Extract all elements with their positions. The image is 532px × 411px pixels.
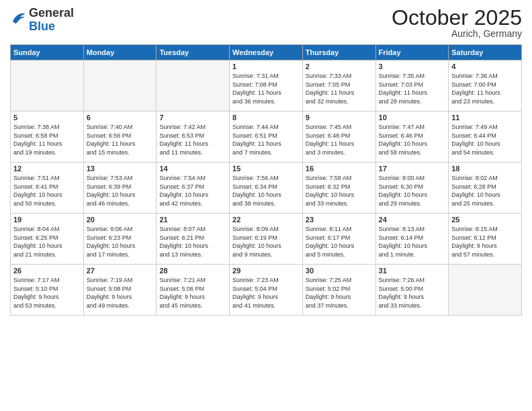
day-info: Sunrise: 7:58 AM Sunset: 6:32 PM Dayligh… <box>306 174 373 208</box>
logo-blue: Blue <box>29 19 55 33</box>
day-info: Sunrise: 7:35 AM Sunset: 7:03 PM Dayligh… <box>379 72 446 105</box>
day-number: 1 <box>232 62 300 71</box>
day-number: 18 <box>451 165 519 173</box>
day-info: Sunrise: 8:00 AM Sunset: 6:30 PM Dayligh… <box>379 174 446 208</box>
day-number: 13 <box>87 165 154 173</box>
calendar-cell: 2Sunrise: 7:33 AM Sunset: 7:05 PM Daylig… <box>302 60 375 111</box>
day-info: Sunrise: 7:26 AM Sunset: 5:00 PM Dayligh… <box>379 276 446 310</box>
day-number: 21 <box>159 216 226 224</box>
day-info: Sunrise: 7:51 AM Sunset: 6:41 PM Dayligh… <box>13 174 81 208</box>
day-info: Sunrise: 8:06 AM Sunset: 6:23 PM Dayligh… <box>87 225 154 259</box>
calendar-week-row: 19Sunrise: 8:04 AM Sunset: 6:25 PM Dayli… <box>11 214 522 265</box>
title-block: October 2025 Aurich, Germany <box>392 7 522 39</box>
calendar-cell: 7Sunrise: 7:42 AM Sunset: 6:53 PM Daylig… <box>157 111 230 163</box>
day-info: Sunrise: 7:19 AM Sunset: 5:08 PM Dayligh… <box>87 276 154 310</box>
calendar-cell: 18Sunrise: 8:02 AM Sunset: 6:28 PM Dayli… <box>449 163 522 214</box>
calendar-cell: 29Sunrise: 7:23 AM Sunset: 5:04 PM Dayli… <box>230 265 303 316</box>
location: Aurich, Germany <box>392 28 522 39</box>
day-info: Sunrise: 8:07 AM Sunset: 6:21 PM Dayligh… <box>159 225 226 259</box>
weekday-header: Friday <box>375 45 449 60</box>
calendar-cell: 11Sunrise: 7:49 AM Sunset: 6:44 PM Dayli… <box>449 111 522 163</box>
day-number: 28 <box>159 267 226 275</box>
day-info: Sunrise: 7:45 AM Sunset: 6:48 PM Dayligh… <box>306 123 373 156</box>
calendar-week-row: 12Sunrise: 7:51 AM Sunset: 6:41 PM Dayli… <box>11 163 522 214</box>
calendar-cell: 12Sunrise: 7:51 AM Sunset: 6:41 PM Dayli… <box>11 163 84 214</box>
day-number: 7 <box>159 113 226 122</box>
calendar-cell: 16Sunrise: 7:58 AM Sunset: 6:32 PM Dayli… <box>302 163 375 214</box>
logo-text: General Blue <box>29 7 74 34</box>
day-info: Sunrise: 8:09 AM Sunset: 6:19 PM Dayligh… <box>232 225 300 259</box>
day-info: Sunrise: 7:49 AM Sunset: 6:44 PM Dayligh… <box>451 123 519 156</box>
day-number: 4 <box>451 62 519 71</box>
weekday-header: Thursday <box>302 45 375 60</box>
weekday-header: Wednesday <box>230 45 303 60</box>
calendar: SundayMondayTuesdayWednesdayThursdayFrid… <box>10 44 522 316</box>
day-number: 24 <box>379 216 446 224</box>
page-container: General Blue October 2025 Aurich, German… <box>0 0 532 411</box>
day-number: 15 <box>232 165 300 173</box>
day-info: Sunrise: 7:56 AM Sunset: 6:34 PM Dayligh… <box>232 174 300 208</box>
day-info: Sunrise: 8:11 AM Sunset: 6:17 PM Dayligh… <box>306 225 373 259</box>
day-info: Sunrise: 7:54 AM Sunset: 6:37 PM Dayligh… <box>159 174 226 208</box>
day-number: 31 <box>379 267 446 275</box>
calendar-cell: 21Sunrise: 8:07 AM Sunset: 6:21 PM Dayli… <box>157 214 230 265</box>
day-number: 8 <box>232 113 300 122</box>
day-info: Sunrise: 7:25 AM Sunset: 5:02 PM Dayligh… <box>306 276 373 310</box>
day-info: Sunrise: 8:04 AM Sunset: 6:25 PM Dayligh… <box>13 225 81 259</box>
header: General Blue October 2025 Aurich, German… <box>10 7 522 39</box>
weekday-header-row: SundayMondayTuesdayWednesdayThursdayFrid… <box>11 45 522 60</box>
calendar-cell: 6Sunrise: 7:40 AM Sunset: 6:56 PM Daylig… <box>83 111 157 163</box>
calendar-cell: 10Sunrise: 7:47 AM Sunset: 6:46 PM Dayli… <box>375 111 449 163</box>
day-number: 14 <box>159 165 226 173</box>
day-number: 5 <box>13 113 81 122</box>
day-number: 26 <box>13 267 81 275</box>
calendar-cell <box>449 265 522 316</box>
calendar-cell: 15Sunrise: 7:56 AM Sunset: 6:34 PM Dayli… <box>230 163 303 214</box>
weekday-header: Tuesday <box>157 45 230 60</box>
calendar-cell: 3Sunrise: 7:35 AM Sunset: 7:03 PM Daylig… <box>375 60 449 111</box>
calendar-cell <box>157 60 230 111</box>
calendar-cell: 22Sunrise: 8:09 AM Sunset: 6:19 PM Dayli… <box>230 214 303 265</box>
day-number: 22 <box>232 216 300 224</box>
day-number: 16 <box>306 165 373 173</box>
day-number: 9 <box>306 113 373 122</box>
calendar-cell: 24Sunrise: 8:13 AM Sunset: 6:14 PM Dayli… <box>375 214 449 265</box>
day-number: 30 <box>306 267 373 275</box>
calendar-cell: 8Sunrise: 7:44 AM Sunset: 6:51 PM Daylig… <box>230 111 303 163</box>
calendar-cell: 1Sunrise: 7:31 AM Sunset: 7:08 PM Daylig… <box>230 60 303 111</box>
day-info: Sunrise: 7:33 AM Sunset: 7:05 PM Dayligh… <box>306 72 373 105</box>
day-number: 2 <box>306 62 373 71</box>
day-info: Sunrise: 7:44 AM Sunset: 6:51 PM Dayligh… <box>232 123 300 156</box>
day-info: Sunrise: 7:31 AM Sunset: 7:08 PM Dayligh… <box>232 72 300 105</box>
calendar-cell: 20Sunrise: 8:06 AM Sunset: 6:23 PM Dayli… <box>83 214 157 265</box>
calendar-cell: 30Sunrise: 7:25 AM Sunset: 5:02 PM Dayli… <box>302 265 375 316</box>
calendar-cell: 5Sunrise: 7:38 AM Sunset: 6:58 PM Daylig… <box>11 111 84 163</box>
calendar-cell: 25Sunrise: 8:15 AM Sunset: 6:12 PM Dayli… <box>449 214 522 265</box>
weekday-header: Sunday <box>11 45 84 60</box>
day-info: Sunrise: 7:17 AM Sunset: 5:10 PM Dayligh… <box>13 276 81 310</box>
calendar-cell: 17Sunrise: 8:00 AM Sunset: 6:30 PM Dayli… <box>375 163 449 214</box>
day-number: 17 <box>379 165 446 173</box>
calendar-cell: 27Sunrise: 7:19 AM Sunset: 5:08 PM Dayli… <box>83 265 157 316</box>
day-number: 23 <box>306 216 373 224</box>
day-info: Sunrise: 7:21 AM Sunset: 5:06 PM Dayligh… <box>159 276 226 310</box>
calendar-cell: 31Sunrise: 7:26 AM Sunset: 5:00 PM Dayli… <box>375 265 449 316</box>
day-number: 19 <box>13 216 81 224</box>
day-number: 27 <box>87 267 154 275</box>
day-info: Sunrise: 7:36 AM Sunset: 7:00 PM Dayligh… <box>451 72 519 105</box>
day-number: 11 <box>451 113 519 122</box>
day-number: 6 <box>87 113 154 122</box>
calendar-cell: 19Sunrise: 8:04 AM Sunset: 6:25 PM Dayli… <box>11 214 84 265</box>
calendar-week-row: 1Sunrise: 7:31 AM Sunset: 7:08 PM Daylig… <box>11 60 522 111</box>
day-info: Sunrise: 7:23 AM Sunset: 5:04 PM Dayligh… <box>232 276 300 310</box>
calendar-cell: 26Sunrise: 7:17 AM Sunset: 5:10 PM Dayli… <box>11 265 84 316</box>
day-number: 25 <box>451 216 519 224</box>
logo-general: General <box>29 6 74 19</box>
calendar-cell: 28Sunrise: 7:21 AM Sunset: 5:06 PM Dayli… <box>157 265 230 316</box>
weekday-header: Monday <box>83 45 157 60</box>
day-info: Sunrise: 7:42 AM Sunset: 6:53 PM Dayligh… <box>159 123 226 156</box>
calendar-week-row: 26Sunrise: 7:17 AM Sunset: 5:10 PM Dayli… <box>11 265 522 316</box>
day-info: Sunrise: 7:38 AM Sunset: 6:58 PM Dayligh… <box>13 123 81 156</box>
calendar-cell <box>83 60 157 111</box>
calendar-cell: 4Sunrise: 7:36 AM Sunset: 7:00 PM Daylig… <box>449 60 522 111</box>
